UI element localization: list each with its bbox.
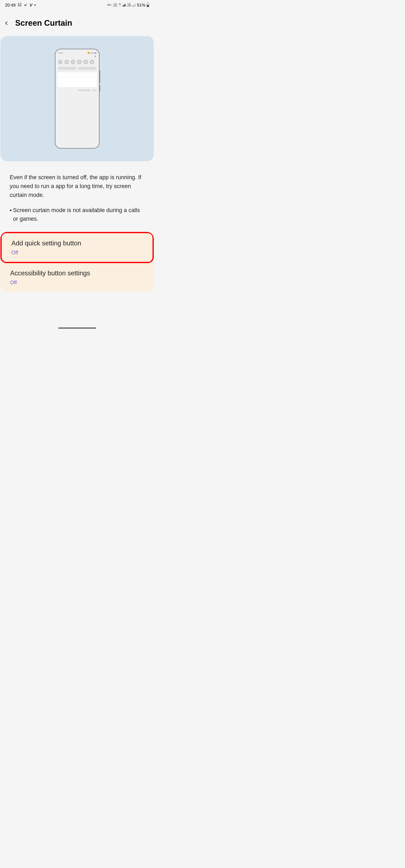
mock-quick-toggles — [57, 58, 97, 66]
navigation-handle[interactable] — [58, 328, 96, 329]
battery-percent: 51% — [137, 3, 145, 8]
mock-unknown-icon — [90, 60, 94, 64]
signal-bars-2-icon — [133, 4, 136, 6]
setting-label: Accessibility button settings — [10, 270, 144, 277]
page-title: Screen Curtain — [15, 19, 72, 28]
mock-footer-pill — [78, 89, 90, 91]
mock-chevron-icon: ⌄ — [94, 84, 95, 86]
phone-mockup: 12:45 📶 100%▮ ⚙ — [55, 49, 99, 149]
setting-value: Off — [11, 250, 143, 255]
mock-sliders — [57, 66, 97, 71]
mock-gear-icon: ⚙ — [57, 54, 97, 58]
settings-list: Add quick setting button Off Accessibili… — [0, 232, 154, 292]
mock-footer-pill — [92, 89, 96, 91]
phone-power-button — [99, 85, 100, 92]
gallery-icon — [18, 3, 22, 7]
feature-description: Even if the screen is turned off, the ap… — [0, 161, 154, 204]
mock-status-bar: 12:45 📶 100%▮ — [57, 52, 97, 54]
mock-bluetooth-icon — [71, 60, 75, 64]
mock-pill — [78, 67, 96, 70]
battery-icon — [147, 3, 149, 7]
dot-icon — [34, 4, 36, 6]
mock-pill — [58, 67, 76, 70]
svg-rect-3 — [91, 61, 92, 63]
mock-rotate-icon — [77, 60, 82, 64]
preview-card: 12:45 📶 100%▮ ⚙ — [0, 36, 154, 161]
check-icon — [24, 3, 27, 7]
mock-airplane-icon — [83, 60, 88, 64]
svg-rect-0 — [18, 3, 21, 6]
back-button[interactable] — [4, 21, 9, 26]
bullet: • — [10, 206, 11, 224]
v-icon: V — [30, 3, 32, 8]
status-time: 20:49 — [5, 3, 16, 8]
status-left: 20:49 V — [5, 3, 36, 8]
note-text: Screen curtain mode is not available dur… — [13, 206, 144, 224]
mock-sound-icon — [64, 60, 69, 64]
setting-label: Add quick setting button — [11, 240, 143, 247]
mock-notification: ⌃ ⌄ — [58, 72, 97, 87]
vpn-key-icon — [107, 3, 112, 7]
setting-add-quick-button[interactable]: Add quick setting button Off — [0, 232, 154, 263]
mock-footer — [57, 88, 97, 92]
phone-volume-button — [99, 70, 100, 83]
setting-value: Off — [10, 280, 144, 285]
status-right: Vo))LTE1 4G↓↑ Vo))LTE2 51% — [107, 3, 149, 8]
mock-battery: 📶 100%▮ — [88, 52, 96, 54]
feature-note: • Screen curtain mode is not available d… — [0, 204, 154, 232]
mock-time: 12:45 — [58, 52, 63, 54]
status-bar: 20:49 V Vo))LTE1 4G↓↑ Vo))LTE2 51% — [0, 0, 154, 10]
setting-accessibility-button[interactable]: Accessibility button settings Off — [0, 263, 154, 292]
lte2-indicator: Vo))LTE2 — [127, 3, 131, 7]
mock-wifi-icon — [58, 60, 63, 64]
lte1-indicator: Vo))LTE1 — [113, 3, 117, 7]
signal-bars-1-icon — [122, 4, 125, 6]
page-header: Screen Curtain — [0, 10, 154, 36]
4g-indicator: 4G↓↑ — [119, 3, 121, 7]
mock-chevron-icon: ⌃ — [94, 73, 95, 75]
svg-point-1 — [108, 4, 109, 6]
